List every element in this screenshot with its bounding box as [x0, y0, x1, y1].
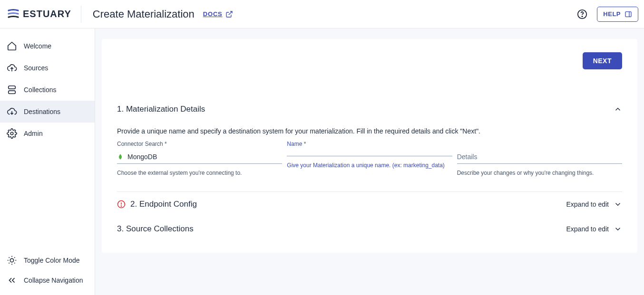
- cloud-download-icon: [7, 106, 17, 117]
- details-input[interactable]: Details: [457, 151, 622, 164]
- details-label: [457, 141, 622, 147]
- topbar: ESTUARY Create Materialization DOCS HELP: [0, 0, 644, 29]
- name-label: Name: [287, 141, 452, 147]
- connector-helper: Choose the external system you're connec…: [117, 169, 282, 177]
- collapse-navigation-button[interactable]: Collapse Navigation: [0, 270, 95, 290]
- svg-line-14: [14, 263, 15, 263]
- details-helper: Describe your changes or why you're chan…: [457, 169, 622, 177]
- sidebar-item-label: Collections: [24, 86, 56, 94]
- svg-rect-6: [9, 86, 16, 89]
- details-placeholder: Details: [457, 153, 478, 161]
- gear-icon: [7, 128, 17, 139]
- svg-line-0: [228, 11, 232, 15]
- logo-text: ESTUARY: [23, 9, 71, 19]
- sidebar-item-admin[interactable]: Admin: [0, 123, 95, 144]
- connector-field: Connector Search MongoDB Choose the exte…: [117, 141, 282, 177]
- page-title: Create Materialization: [93, 8, 195, 20]
- toggle-color-mode-button[interactable]: Toggle Color Mode: [0, 250, 95, 270]
- next-button[interactable]: NEXT: [583, 52, 622, 69]
- name-input[interactable]: [287, 151, 452, 156]
- section-3-header[interactable]: 3. Source Collections Expand to edit: [117, 217, 622, 241]
- name-field: Name Give your Materialization a unique …: [287, 141, 452, 177]
- connector-value: MongoDB: [127, 153, 157, 161]
- help-circle-icon[interactable]: [577, 9, 587, 19]
- section-1-header[interactable]: 1. Materialization Details: [117, 98, 622, 121]
- section-2-title: 2. Endpoint Config: [130, 200, 197, 209]
- svg-line-18: [14, 257, 15, 258]
- docs-link[interactable]: DOCS: [203, 10, 233, 18]
- cloud-upload-icon: [7, 63, 17, 73]
- section-1-title: 1. Materialization Details: [117, 105, 205, 114]
- svg-point-10: [10, 258, 13, 262]
- database-icon: [7, 85, 17, 95]
- sidebar-item-label: Welcome: [24, 42, 51, 50]
- logo[interactable]: ESTUARY: [8, 6, 81, 23]
- docs-label: DOCS: [203, 10, 223, 18]
- help-button-label: HELP: [603, 10, 621, 18]
- chevrons-left-icon: [7, 275, 17, 285]
- svg-line-17: [9, 263, 10, 263]
- help-button[interactable]: HELP: [597, 7, 638, 22]
- home-icon: [7, 41, 17, 51]
- details-field: Details Describe your changes or why you…: [457, 141, 622, 177]
- connector-search-input[interactable]: MongoDB: [117, 151, 282, 164]
- external-link-icon: [225, 10, 233, 18]
- panel-right-icon: [624, 10, 632, 18]
- sidebar-item-label: Admin: [24, 130, 43, 137]
- svg-point-9: [10, 132, 13, 135]
- sidebar-item-collections[interactable]: Collections: [0, 79, 95, 101]
- alert-circle-icon: [117, 200, 126, 209]
- section-3-title: 3. Source Collections: [117, 224, 194, 234]
- sidebar-item-welcome[interactable]: Welcome: [0, 35, 95, 57]
- section-2-header[interactable]: 2. Endpoint Config Expand to edit: [117, 192, 622, 217]
- svg-point-21: [121, 206, 121, 206]
- sidebar-item-label: Sources: [24, 64, 48, 72]
- svg-rect-3: [625, 11, 631, 17]
- section-1-description: Provide a unique name and specify a dest…: [117, 127, 622, 135]
- sidebar: Welcome Sources Collections: [0, 29, 95, 295]
- chevron-up-icon: [614, 105, 622, 114]
- name-helper: Give your Materialization a unique name.…: [287, 161, 452, 170]
- chevron-down-icon: [614, 200, 622, 209]
- svg-rect-7: [9, 91, 16, 94]
- section-2-action-label: Expand to edit: [566, 200, 609, 208]
- collapse-nav-label: Collapse Navigation: [24, 276, 83, 284]
- sidebar-item-destinations[interactable]: Destinations: [0, 101, 95, 123]
- card: NEXT 1. Materialization Details Provide …: [102, 39, 637, 253]
- logo-icon: [8, 8, 19, 21]
- svg-point-2: [582, 16, 583, 16]
- main-content: NEXT 1. Materialization Details Provide …: [95, 29, 644, 295]
- sun-icon: [7, 255, 17, 266]
- mongodb-icon: [117, 153, 124, 160]
- chevron-down-icon: [614, 225, 622, 233]
- sidebar-item-label: Destinations: [24, 108, 60, 115]
- svg-line-13: [9, 257, 10, 258]
- connector-label: Connector Search: [117, 141, 282, 147]
- toggle-color-label: Toggle Color Mode: [24, 257, 80, 264]
- section-3-action-label: Expand to edit: [566, 225, 609, 233]
- sidebar-item-sources[interactable]: Sources: [0, 57, 95, 79]
